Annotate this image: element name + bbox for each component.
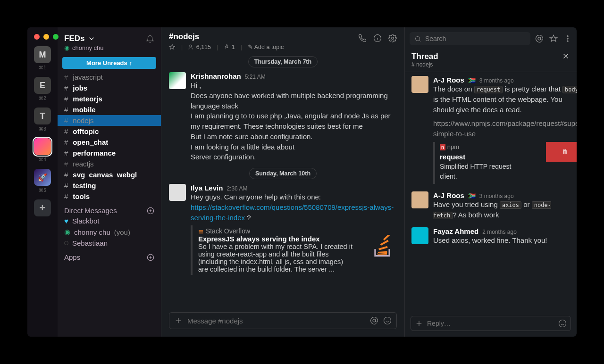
reply-input[interactable] (427, 320, 554, 327)
message-list[interactable]: Thursday, March 7th Krishnanrohan5:21 AM… (161, 53, 404, 307)
workspace-rocket[interactable] (34, 169, 51, 186)
avatar[interactable] (411, 76, 428, 93)
mention-icon[interactable] (535, 34, 544, 43)
mention-icon[interactable] (370, 316, 378, 325)
star-icon[interactable] (169, 44, 176, 50)
svg-point-6 (384, 317, 391, 324)
close-window[interactable] (34, 34, 40, 40)
avatar[interactable] (169, 72, 186, 89)
channel-svg_canvas_webgl[interactable]: #svg_canvas_webgl (58, 169, 161, 180)
channel-header: #nodejs | 6,115 | 1 | ✎ Add a topic (161, 27, 404, 53)
channel-list: #javascript #jobs #meteorjs #mobile #nod… (58, 72, 161, 337)
bell-icon[interactable] (146, 35, 154, 43)
thread-subtitle[interactable]: # nodejs (411, 61, 438, 68)
shortcut-label: ⌘1 (39, 65, 46, 70)
unfurl-title[interactable]: ExpressJS always serving the index (198, 235, 397, 243)
message[interactable]: Krishnanrohan5:21 AM Hi , Does anyone ha… (161, 69, 404, 165)
emoji-icon[interactable] (558, 319, 567, 328)
message-link[interactable]: https://stackoverflow.com/questions/5508… (191, 203, 394, 222)
channel-jobs[interactable]: #jobs (58, 83, 161, 93)
message-input[interactable] (187, 317, 365, 325)
gear-icon[interactable] (388, 34, 397, 42)
workspace-E[interactable]: E (34, 77, 51, 94)
thread-reply-composer[interactable] (411, 316, 571, 331)
emoji-icon[interactable] (383, 316, 392, 325)
svg-point-7 (416, 36, 420, 41)
member-count[interactable]: 6,115 (188, 44, 211, 50)
link-unfurl[interactable]: ≣ Stack Overflow ExpressJS always servin… (191, 225, 397, 275)
thread-message[interactable]: A-J Roos🇿🇦3 months ago Have you tried us… (405, 188, 577, 224)
close-icon[interactable] (562, 52, 570, 60)
dm-self[interactable]: ◉chonny chu (you) (58, 226, 161, 238)
message[interactable]: Ilya Levin2:36 AM Hey guys. Can anyone h… (161, 181, 404, 278)
pin-count[interactable]: 1 (224, 44, 235, 50)
dm-section-header[interactable]: Direct Messages (58, 202, 161, 215)
channel-offtopic[interactable]: #offtopic (58, 126, 161, 137)
message-author[interactable]: Fayaz Ahmed (433, 227, 478, 235)
svg-point-8 (538, 37, 541, 40)
plus-icon[interactable] (174, 316, 183, 325)
star-icon[interactable] (549, 34, 558, 43)
link-preview[interactable]: n npm request Simplified HTTP request cl… (433, 142, 577, 184)
message-author[interactable]: A-J Roos (433, 191, 464, 199)
workspace-active[interactable] (34, 138, 51, 155)
avatar[interactable] (169, 184, 186, 201)
thread-title: Thread (411, 52, 438, 61)
plus-circle-icon[interactable] (147, 254, 154, 261)
channel-open_chat[interactable]: #open_chat (58, 137, 161, 148)
channel-performance[interactable]: #performance (58, 148, 161, 158)
flag-icon: 🇿🇦 (468, 77, 476, 84)
channel-nodejs[interactable]: #nodejs (58, 115, 161, 126)
info-icon[interactable] (373, 34, 382, 42)
heart-icon: ♥ (64, 217, 68, 225)
svg-point-4 (392, 37, 394, 40)
current-user[interactable]: ◉ chonny chu (64, 44, 154, 51)
message-timestamp: 2 months ago (482, 229, 517, 235)
workspace-T[interactable]: T (34, 108, 51, 124)
avatar[interactable] (411, 191, 428, 208)
plus-circle-icon[interactable] (147, 207, 154, 215)
message-timestamp: 5:21 AM (245, 74, 266, 80)
more-unreads-button[interactable]: More Unreads ↑ (62, 57, 156, 69)
minimize-window[interactable] (43, 34, 49, 40)
message-body: Hey guys. Can anyone help with this one:… (191, 192, 397, 223)
phone-icon[interactable] (358, 34, 367, 42)
shortcut-label: ⌘5 (39, 188, 46, 193)
message-author[interactable]: Ilya Levin (191, 184, 223, 192)
apps-section-header[interactable]: Apps (58, 248, 161, 262)
avatar[interactable] (411, 227, 428, 244)
channel-testing[interactable]: #testing (58, 180, 161, 191)
plus-icon[interactable] (415, 319, 423, 328)
channel-reactjs[interactable]: #reactjs (58, 158, 161, 169)
thread-messages[interactable]: A-J Roos🇿🇦3 months ago The docs on reque… (405, 72, 577, 312)
npm-icon: n (440, 144, 445, 150)
team-switcher[interactable]: FEDs (64, 34, 96, 43)
channel-mobile[interactable]: #mobile (58, 104, 161, 115)
message-link[interactable]: https://www.npmjs.com/package/request#su… (433, 119, 577, 138)
thread-message[interactable]: Fayaz Ahmed2 months ago Used axios, work… (405, 223, 577, 249)
channel-meteorjs[interactable]: #meteorjs (58, 93, 161, 104)
add-topic[interactable]: ✎ Add a topic (248, 43, 284, 50)
shortcut-label: ⌘3 (39, 126, 46, 132)
channel-javascript[interactable]: #javascript (58, 72, 161, 83)
flag-icon: 🇿🇦 (468, 192, 476, 199)
zoom-window[interactable] (53, 34, 59, 40)
stackoverflow-logo-icon (373, 235, 393, 258)
message-timestamp: 3 months ago (479, 193, 514, 199)
workspace-M[interactable]: M (34, 46, 51, 63)
app-window: M ⌘1 E ⌘2 T ⌘3 ⌘4 ⌘5 + FEDs ◉ chonny chu… (27, 27, 577, 337)
npm-logo-icon: n (546, 142, 577, 162)
user-name: chonny chu (72, 44, 104, 51)
more-vert-icon[interactable] (563, 34, 572, 43)
message-author[interactable]: Krishnanrohan (191, 72, 241, 80)
team-name: FEDs (64, 34, 84, 43)
add-workspace-button[interactable]: + (34, 199, 51, 216)
channel-tools[interactable]: #tools (58, 191, 161, 202)
thread-message[interactable]: A-J Roos🇿🇦3 months ago The docs on reque… (405, 72, 577, 188)
dm-sebastiaan[interactable]: Sebastiaan (58, 238, 161, 248)
search-box[interactable]: Search (410, 32, 530, 45)
dm-slackbot[interactable]: ♥Slackbot (58, 215, 161, 226)
message-author[interactable]: A-J Roos (433, 76, 464, 84)
right-panel: Search Thread # nodejs A-J Roos🇿🇦3 month… (405, 27, 577, 337)
message-composer[interactable] (169, 312, 397, 329)
